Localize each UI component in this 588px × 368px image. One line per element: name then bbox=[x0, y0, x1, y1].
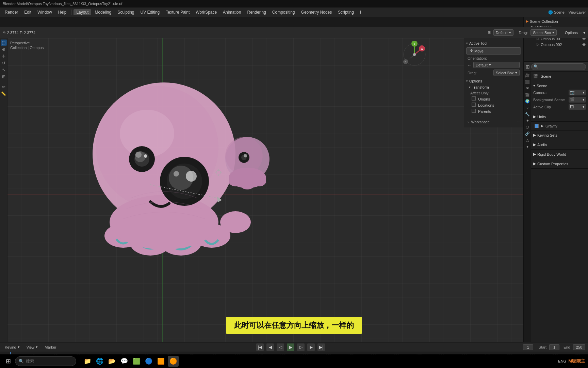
tool-cursor[interactable]: ⊕ bbox=[1, 46, 7, 52]
select-box-select[interactable]: Select Box ▾ bbox=[530, 29, 557, 36]
transform-header[interactable]: ▾ Transform bbox=[466, 84, 521, 90]
tool-measure[interactable]: 📏 bbox=[1, 91, 7, 97]
props-icon-physics[interactable]: ⬡ bbox=[524, 124, 530, 130]
camera-value[interactable]: 📷 ▾ bbox=[569, 90, 586, 95]
props-icon-scene[interactable]: 🎬 bbox=[524, 92, 530, 98]
active-clip-value[interactable]: 🎞 ▾ bbox=[569, 104, 586, 110]
tool-transform[interactable]: ⊞ bbox=[1, 74, 7, 80]
rigid-body-header[interactable]: ▶ Rigid Body World bbox=[533, 151, 586, 157]
orientation-select[interactable]: Default ▾ bbox=[473, 62, 520, 68]
menu-edit[interactable]: Edit bbox=[21, 9, 34, 15]
tool-rotate[interactable]: ↺ bbox=[1, 60, 7, 66]
tool-scale[interactable]: ⤡ bbox=[1, 67, 7, 73]
outliner-item-octopus002[interactable]: ▷ Octopus.002 👁 bbox=[524, 42, 588, 47]
menu-window[interactable]: Window bbox=[35, 9, 55, 15]
rigid-body-section: ▶ Rigid Body World bbox=[531, 150, 588, 159]
keying-sets-header[interactable]: ▶ Keying Sets bbox=[533, 132, 586, 138]
workspace-link[interactable]: › Workspace ··· bbox=[466, 119, 521, 125]
frame-start[interactable]: 1 bbox=[549, 344, 559, 350]
taskbar-files[interactable]: 📂 bbox=[107, 356, 117, 367]
tool-annotate[interactable]: ✏ bbox=[1, 84, 7, 90]
props-icon-modifier[interactable]: 🔧 bbox=[524, 111, 530, 117]
audio-section: ▶ Audio bbox=[531, 140, 588, 150]
jump-end-btn[interactable]: ▶| bbox=[317, 343, 325, 351]
taskbar-chat2[interactable]: 🟩 bbox=[131, 356, 142, 367]
origins-checkbox[interactable] bbox=[472, 96, 476, 101]
menu-workspace[interactable]: WorkSpace bbox=[193, 9, 219, 15]
custom-props-section: ▶ Custom Properties bbox=[531, 159, 588, 169]
gravity-checkbox[interactable] bbox=[535, 124, 539, 128]
units-header[interactable]: ▶ Units bbox=[533, 113, 586, 120]
start-button[interactable]: ⊞ bbox=[3, 356, 14, 367]
gravity-item[interactable]: ▶ Gravity bbox=[533, 123, 586, 129]
next-keyframe-btn[interactable]: ▷ bbox=[297, 343, 305, 351]
octopus002-vis-icon[interactable]: 👁 bbox=[582, 43, 586, 47]
svg-point-12 bbox=[135, 152, 142, 158]
menu-help[interactable]: Help bbox=[55, 9, 69, 15]
menu-uv-editing[interactable]: UV Editing bbox=[138, 9, 163, 15]
options-button[interactable]: Options bbox=[562, 30, 581, 35]
props-icon-view[interactable]: 👁 bbox=[524, 85, 530, 91]
drag-select[interactable]: Select Box ▾ bbox=[493, 70, 520, 76]
locations-checkbox[interactable] bbox=[472, 103, 476, 107]
scene-section: 🎬 Scene bbox=[531, 72, 588, 81]
move-button[interactable]: ✛ Move bbox=[466, 47, 521, 55]
props-icon-particles[interactable]: ✦ bbox=[524, 118, 530, 124]
menu-texture-paint[interactable]: Texture Paint bbox=[163, 9, 192, 15]
menu-rendering[interactable]: Rendering bbox=[244, 9, 268, 15]
prev-keyframe-btn[interactable]: ◁ bbox=[277, 343, 284, 351]
props-search[interactable]: 🔍 bbox=[531, 63, 586, 70]
view-dropdown[interactable]: View ▾ bbox=[24, 344, 40, 350]
jump-start-btn[interactable]: |◀ bbox=[256, 343, 264, 351]
props-icon-render[interactable]: 🎥 bbox=[524, 72, 530, 78]
navigation-gizmo[interactable]: X Y Z bbox=[401, 41, 428, 68]
options-header[interactable]: ▾ Options bbox=[466, 78, 521, 84]
taskbar-chat1[interactable]: 💬 bbox=[119, 356, 130, 367]
scene-props-header[interactable]: ▾ Scene bbox=[533, 82, 586, 89]
props-icon-output[interactable]: ⬛ bbox=[524, 79, 530, 85]
frame-end[interactable]: 250 bbox=[573, 344, 585, 350]
left-tool-sidebar: ⬚ ⊕ ✛ ↺ ⤡ ⊞ ✏ 📏 bbox=[0, 38, 7, 351]
taskbar-app2[interactable]: 🟧 bbox=[156, 356, 166, 367]
play-btn[interactable]: ▶ bbox=[287, 343, 294, 351]
menu-compositing[interactable]: Compositing bbox=[270, 9, 298, 15]
keying-dropdown[interactable]: Keying ▾ bbox=[3, 344, 22, 350]
mode-select[interactable]: Default ▾ bbox=[493, 29, 513, 36]
tool-select[interactable]: ⬚ bbox=[1, 40, 7, 46]
active-tool-header[interactable]: ▾ Active Tool bbox=[466, 40, 521, 46]
parents-checkbox[interactable] bbox=[472, 109, 476, 113]
scene-section-header[interactable]: 🎬 Scene bbox=[533, 73, 586, 79]
props-icon-object[interactable]: ○ bbox=[524, 105, 530, 111]
taskbar-app1[interactable]: 🔵 bbox=[143, 356, 154, 367]
prev-frame-btn[interactable]: ◀ bbox=[266, 343, 274, 351]
props-icon-data[interactable]: △ bbox=[524, 137, 530, 143]
menu-extra[interactable]: I bbox=[357, 9, 364, 15]
taskbar-blender[interactable]: 🟠 bbox=[168, 356, 179, 367]
menu-animation[interactable]: Animation bbox=[220, 9, 244, 15]
gravity-section: ▶ Gravity bbox=[531, 122, 588, 131]
active-tool-label: Active Tool bbox=[469, 41, 487, 45]
props-icon-world[interactable]: 🌍 bbox=[524, 98, 530, 104]
taskbar-file-mgr[interactable]: 📁 bbox=[82, 356, 93, 367]
props-icon-constraints[interactable]: 🔗 bbox=[524, 131, 530, 137]
props-icon-material[interactable]: ● bbox=[524, 143, 530, 150]
audio-header[interactable]: ▶ Audio bbox=[533, 141, 586, 148]
taskbar-browser[interactable]: 🌐 bbox=[94, 356, 105, 367]
scene-label: Scene bbox=[541, 74, 551, 78]
marker-dropdown[interactable]: Marker bbox=[43, 344, 58, 350]
taskbar-search[interactable]: 🔍 搜索 bbox=[15, 356, 76, 366]
menu-layout[interactable]: Layout bbox=[74, 9, 91, 15]
menu-modeling[interactable]: Modeling bbox=[92, 9, 114, 15]
orientation-value-row: ↔ Default ▾ bbox=[466, 61, 521, 69]
current-frame[interactable]: 1 bbox=[523, 344, 533, 350]
tool-move[interactable]: ✛ bbox=[1, 53, 7, 59]
menu-geometry-nodes[interactable]: Geometry Nodes bbox=[298, 9, 335, 15]
bg-scene-value[interactable]: 🎬 ▾ bbox=[569, 97, 586, 103]
menu-scripting[interactable]: Scripting bbox=[335, 9, 357, 15]
menu-sculpting[interactable]: Sculpting bbox=[115, 9, 137, 15]
outliner-item-scene-collection[interactable]: ▶ Scene Collection bbox=[524, 18, 588, 24]
main-viewport[interactable]: Perspective Collection | Octopus bbox=[7, 38, 523, 351]
menu-render[interactable]: Render bbox=[2, 9, 21, 15]
custom-props-header[interactable]: ▶ Custom Properties bbox=[533, 160, 586, 167]
next-frame-btn[interactable]: ▶ bbox=[307, 343, 315, 351]
